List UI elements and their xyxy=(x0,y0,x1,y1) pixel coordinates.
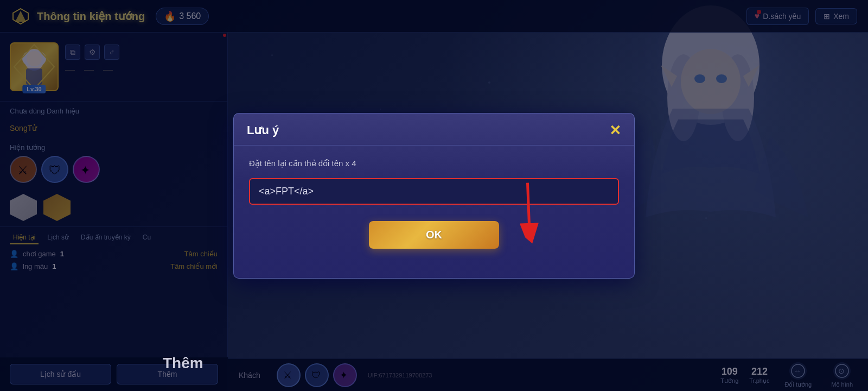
modal-close-button[interactable]: ✕ xyxy=(609,123,621,137)
rename-modal: Lưu ý ✕ Đặt tên lại cần thẻ đổi tên x 4 xyxy=(233,113,635,279)
them-text: Thêm xyxy=(163,355,203,372)
name-input[interactable] xyxy=(259,186,609,197)
ok-button[interactable]: OK xyxy=(369,221,499,249)
modal-overlay: Lưu ý ✕ Đặt tên lại cần thẻ đổi tên x 4 xyxy=(0,0,868,391)
modal-footer: OK xyxy=(249,221,619,262)
modal-description: Đặt tên lại cần thẻ đổi tên x 4 xyxy=(249,159,619,168)
modal-title: Lưu ý xyxy=(247,123,279,137)
modal-header: Lưu ý ✕ xyxy=(234,113,634,146)
modal-body: Đặt tên lại cần thẻ đổi tên x 4 xyxy=(234,146,634,278)
name-input-wrapper xyxy=(249,178,619,205)
